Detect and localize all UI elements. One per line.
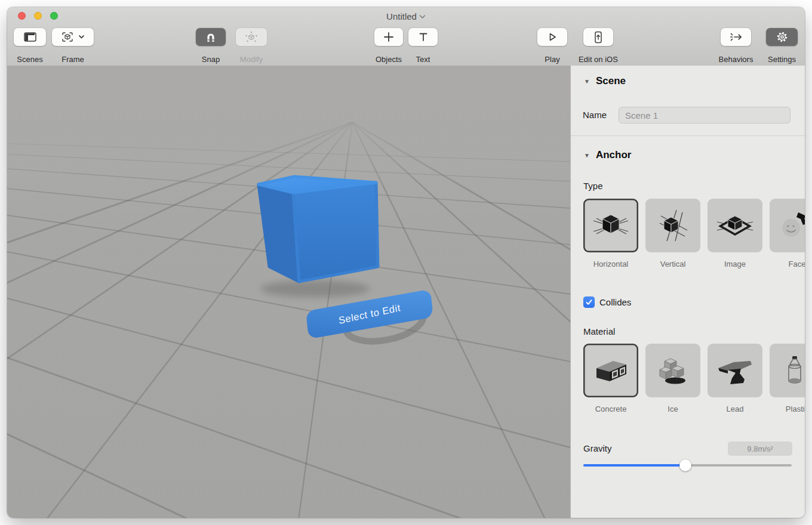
gravity-slider-fill [583,464,685,467]
settings-inspector-panel: ▼ Scene Name ▼ Anchor Type [570,66,805,518]
disclosure-triangle-icon[interactable]: ▼ [584,152,590,159]
gravity-label: Gravity [583,443,612,453]
text-label: Text [394,55,453,64]
objects-button[interactable] [374,28,403,46]
gravity-slider[interactable] [583,459,792,471]
frame-icon [60,31,86,43]
material-lead-tile[interactable] [708,344,762,397]
scene-section-title: Scene [596,75,626,87]
modify-button[interactable] [236,28,267,46]
anchor-type-label: Image [708,260,762,268]
toolbar-group-scenes: Scenes [14,28,46,46]
anchor-section-title: Anchor [596,149,632,161]
toolbar-group-behaviors: Behaviors [721,28,751,46]
text-icon [419,32,428,42]
cube-right-face [293,183,378,282]
document-title: Untitled [386,11,417,21]
material-label: Material [583,326,615,336]
face-anchor-icon [778,209,805,242]
magnet-icon [205,32,217,43]
name-label: Name [583,110,607,120]
play-icon [547,32,558,42]
disclosure-triangle-icon[interactable]: ▼ [584,78,590,85]
scene-viewport[interactable]: Select to Edit [7,66,570,518]
anchor-type-label: Horizontal [583,260,638,268]
toolbar-group-settings: Settings [766,28,798,46]
cube-shadow [260,280,370,297]
title-chevron-icon[interactable] [419,14,426,19]
vertical-anchor-icon [654,209,692,242]
toolbar-group-snap: Snap [196,28,226,46]
gravity-slider-thumb[interactable] [679,459,691,471]
gear-icon [776,31,788,43]
reality-composer-window: Untitled Scenes Fram [7,7,805,518]
section-divider [571,135,805,136]
toolbar-group-text: Text [408,28,438,46]
behaviors-button[interactable] [721,28,751,46]
horizontal-anchor-icon [592,209,630,242]
anchor-type-horizontal-tile[interactable] [583,199,638,252]
toolbar-group-frame: Frame [52,28,94,46]
text-button[interactable] [408,28,438,46]
collides-checkbox[interactable] [583,297,595,308]
window-title[interactable]: Untitled [7,11,805,21]
anchor-type-label: Face [770,260,805,268]
image-anchor-icon [716,209,754,242]
settings-label: Settings [751,55,805,64]
material-concrete-tile[interactable] [583,344,638,397]
material-label-item: Lead [708,404,762,413]
scenes-icon [24,32,36,42]
toolbar-group-objects: Objects [374,28,403,46]
type-label: Type [583,181,603,191]
concrete-icon [592,354,630,387]
material-plastic-tile[interactable] [770,344,805,397]
toolbar-group-modify: Modify [236,28,267,46]
anchor-type-vertical-tile[interactable] [645,199,700,252]
modify-label: Modify [220,55,282,64]
anchor-type-face-tile[interactable] [770,199,805,252]
scene-name-input[interactable] [619,107,791,123]
material-ice-tile[interactable] [645,344,700,397]
toolbar-group-play: Play [537,28,567,46]
phone-export-icon [592,31,604,44]
titlebar-toolbar: Untitled Scenes Fram [7,7,805,66]
scene-section-header[interactable]: ▼ Scene [584,75,626,87]
behaviors-icon [730,31,743,43]
modify-icon [245,31,258,43]
frame-label: Frame [31,55,115,64]
plus-icon [383,32,394,42]
anchor-type-label: Vertical [645,260,700,268]
material-label-item: Plastic [770,404,805,413]
settings-button[interactable] [766,28,798,46]
snap-button[interactable] [196,28,226,46]
edit-on-ios-button[interactable] [583,28,613,46]
anchor-section-header[interactable]: ▼ Anchor [584,149,631,161]
anchor-type-image-tile[interactable] [708,199,762,252]
ice-icon [654,354,692,387]
cube-object[interactable] [259,177,378,282]
edit-on-ios-label: Edit on iOS [568,55,628,64]
collides-label: Collides [599,297,631,307]
checkmark-icon [585,298,593,306]
material-label-item: Concrete [583,404,638,413]
scenes-button[interactable] [14,28,46,46]
plastic-bottle-icon [778,354,805,387]
gravity-value-field[interactable]: 9.8m/s² [728,441,792,456]
lead-anvil-icon [716,354,754,387]
material-label-item: Ice [645,404,700,413]
screen: Untitled Scenes Fram [0,0,812,525]
toolbar-group-edit-on-ios: Edit on iOS [583,28,613,46]
frame-button[interactable] [52,28,94,46]
play-button[interactable] [537,28,567,46]
